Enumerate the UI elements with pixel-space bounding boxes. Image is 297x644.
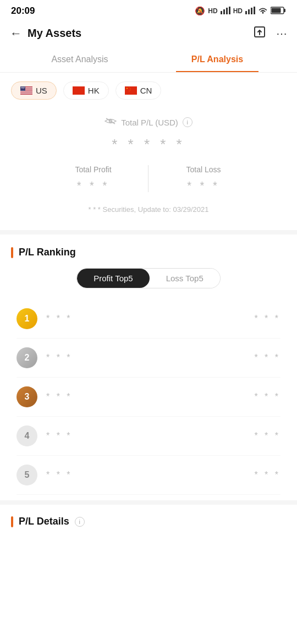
rank-badge-5: 5 [16,465,37,485]
total-loss-label: Total Loss [154,165,253,174]
rank-badge-4: 4 [16,425,37,446]
status-time: 20:09 [11,6,35,17]
svg-rect-4 [245,11,247,14]
pl-total-value: * * * * * [0,136,297,153]
svg-rect-2 [226,8,228,14]
tab-pl-analysis[interactable]: P/L Analysis [148,47,286,72]
ranking-item-1: 1 * * * * * * [16,299,280,339]
signal-icon-1: HD [208,7,217,15]
market-btn-hk[interactable]: HK [63,81,109,100]
svg-point-30 [24,88,24,88]
back-button[interactable]: ← [10,26,22,41]
status-bar: 20:09 🔕 HD HD [0,0,297,20]
rank-4-value: * * * [254,431,280,441]
market-btn-cn[interactable]: CN [116,81,162,100]
svg-point-22 [21,87,21,88]
pl-details-info-icon[interactable]: i [75,517,85,527]
rank-4-name: * * * [46,431,254,441]
tab-asset-analysis[interactable]: Asset Analysis [11,47,148,72]
total-loss-item: Total Loss * * * [148,165,258,192]
rank-5-value: * * * [254,470,280,480]
rank-1-value: * * * [254,314,280,324]
rank-5-name: * * * [46,470,254,480]
svg-rect-19 [20,92,32,92]
update-note: * * * Securities, Update to: 03/29/2021 [0,201,297,225]
profit-top5-btn[interactable]: Profit Top5 [77,269,149,288]
more-options-icon[interactable]: ⋯ [276,27,287,40]
rank-badge-1: 1 [16,308,37,329]
svg-point-27 [21,88,22,88]
total-profit-value: * * * [44,179,142,192]
ranking-section-title: P/L Ranking [11,247,286,258]
signal-bars-2 [245,7,255,16]
rank-2-name: * * * [46,353,254,363]
bottom-section-accent [11,516,13,527]
total-profit-item: Total Profit * * * [38,165,148,192]
pl-breakdown: Total Profit * * * Total Loss * * * [0,165,297,192]
rank-3-name: * * * [46,392,254,402]
svg-point-28 [22,88,23,88]
pl-info-icon[interactable]: i [183,117,193,127]
svg-rect-7 [254,7,255,14]
pl-summary-section: Total P/L (USD) i * * * * * Total Profit… [0,106,297,230]
ranking-list: 1 * * * * * * 2 * * * * * * 3 * * * * * … [11,299,286,495]
ranking-section: P/L Ranking Profit Top5 Loss Top5 1 * * … [0,234,297,500]
hk-flag-icon [73,86,85,95]
svg-rect-10 [284,9,285,12]
status-icons: 🔕 HD HD [195,6,286,16]
page-header: ← My Assets ⋯ [0,20,297,47]
rank-3-value: * * * [254,392,280,402]
market-selector: US HK CN [0,73,297,106]
svg-rect-1 [223,9,225,14]
wifi-icon [258,7,268,16]
total-loss-value: * * * [154,179,253,192]
share-icon[interactable] [253,25,266,41]
svg-rect-3 [229,7,230,14]
svg-point-23 [21,87,22,88]
bottom-divider [0,500,297,505]
us-flag-icon [20,86,32,95]
svg-rect-11 [272,8,281,13]
rank-1-name: * * * [46,314,254,324]
ranking-toggle-group: Profit Top5 Loss Top5 [76,268,221,288]
pl-details-section-header: P/L Details i [0,505,297,533]
signal-icon-2: HD [233,7,243,15]
ranking-item-2: 2 * * * * * * [16,339,280,378]
svg-rect-20 [20,94,32,94]
rank-badge-3: 3 [16,386,37,407]
total-profit-label: Total Profit [44,165,142,174]
svg-point-26 [24,87,25,88]
svg-rect-6 [251,8,252,14]
svg-point-8 [262,12,264,14]
header-action-icons: ⋯ [253,25,287,41]
ranking-item-3: 3 * * * * * * [16,378,280,417]
svg-rect-5 [248,9,250,14]
loss-top5-btn[interactable]: Loss Top5 [150,269,220,288]
eye-hidden-icon[interactable] [105,117,117,127]
section-divider [0,230,297,234]
svg-rect-0 [221,11,222,14]
bell-icon: 🔕 [195,6,205,16]
pl-details-title: P/L Details [19,516,69,527]
svg-point-29 [23,88,24,88]
svg-point-25 [23,87,24,88]
svg-point-24 [23,87,23,88]
rank-badge-2: 2 [16,347,37,368]
battery-icon [271,7,286,16]
pl-total-label: Total P/L (USD) i [0,117,297,127]
market-btn-us[interactable]: US [11,81,57,100]
signal-bars-1 [221,7,230,16]
section-accent-bar [11,247,13,258]
rank-2-value: * * * [254,353,280,363]
ranking-item-4: 4 * * * * * * [16,417,280,456]
page-title: My Assets [28,27,253,40]
svg-rect-18 [20,91,32,91]
svg-rect-33 [125,86,137,95]
tab-bar: Asset Analysis P/L Analysis [0,47,297,73]
ranking-item-5: 5 * * * * * * [16,456,280,495]
cn-flag-icon [125,86,137,95]
